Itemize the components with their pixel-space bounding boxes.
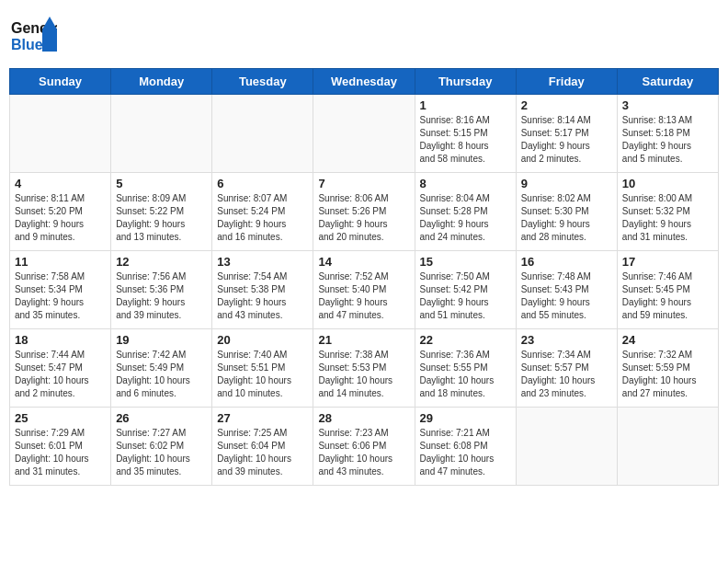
day-number: 12	[116, 255, 207, 269]
day-cell-4-5: 22Sunrise: 7:36 AM Sunset: 5:55 PM Dayli…	[415, 329, 516, 408]
day-info: Sunrise: 8:07 AM Sunset: 5:24 PM Dayligh…	[217, 192, 308, 244]
day-info: Sunrise: 7:54 AM Sunset: 5:38 PM Dayligh…	[217, 270, 308, 322]
day-info: Sunrise: 7:21 AM Sunset: 6:08 PM Dayligh…	[420, 427, 511, 478]
day-cell-1-2	[111, 95, 212, 173]
day-cell-4-7: 24Sunrise: 7:32 AM Sunset: 5:59 PM Dayli…	[617, 329, 718, 408]
day-cell-3-5: 15Sunrise: 7:50 AM Sunset: 5:42 PM Dayli…	[415, 251, 516, 329]
day-cell-2-5: 8Sunrise: 8:04 AM Sunset: 5:28 PM Daylig…	[415, 173, 516, 251]
day-number: 21	[318, 333, 409, 347]
day-info: Sunrise: 7:34 AM Sunset: 5:57 PM Dayligh…	[521, 349, 612, 400]
day-info: Sunrise: 7:46 AM Sunset: 5:45 PM Dayligh…	[622, 270, 713, 322]
day-info: Sunrise: 7:36 AM Sunset: 5:55 PM Dayligh…	[420, 349, 511, 400]
day-cell-2-4: 7Sunrise: 8:06 AM Sunset: 5:26 PM Daylig…	[313, 173, 415, 251]
day-number: 15	[420, 255, 511, 269]
day-cell-5-6	[516, 408, 617, 486]
day-number: 3	[622, 98, 713, 112]
calendar-table: SundayMondayTuesdayWednesdayThursdayFrid…	[9, 68, 719, 486]
week-row-1: 1Sunrise: 8:16 AM Sunset: 5:15 PM Daylig…	[10, 95, 719, 173]
day-number: 7	[318, 177, 409, 190]
day-cell-3-6: 16Sunrise: 7:48 AM Sunset: 5:43 PM Dayli…	[516, 251, 617, 329]
day-info: Sunrise: 7:23 AM Sunset: 6:06 PM Dayligh…	[318, 427, 409, 478]
day-info: Sunrise: 8:06 AM Sunset: 5:26 PM Dayligh…	[318, 192, 409, 244]
day-number: 17	[622, 255, 713, 269]
day-cell-3-3: 13Sunrise: 7:54 AM Sunset: 5:38 PM Dayli…	[212, 251, 313, 329]
day-number: 4	[15, 177, 106, 190]
day-info: Sunrise: 7:38 AM Sunset: 5:53 PM Dayligh…	[318, 349, 409, 400]
day-number: 11	[15, 255, 106, 269]
day-header-sunday: Sunday	[10, 69, 111, 95]
day-info: Sunrise: 7:56 AM Sunset: 5:36 PM Dayligh…	[116, 270, 207, 322]
day-cell-1-6: 2Sunrise: 8:14 AM Sunset: 5:17 PM Daylig…	[516, 95, 617, 173]
day-header-wednesday: Wednesday	[313, 69, 415, 95]
day-headers-row: SundayMondayTuesdayWednesdayThursdayFrid…	[10, 69, 719, 95]
day-number: 19	[116, 333, 207, 347]
day-number: 29	[420, 411, 511, 425]
day-number: 1	[420, 98, 511, 112]
day-info: Sunrise: 8:16 AM Sunset: 5:15 PM Dayligh…	[420, 114, 511, 166]
day-cell-4-6: 23Sunrise: 7:34 AM Sunset: 5:57 PM Dayli…	[516, 329, 617, 408]
day-number: 23	[521, 333, 612, 347]
day-info: Sunrise: 7:44 AM Sunset: 5:47 PM Dayligh…	[15, 349, 106, 400]
day-cell-3-1: 11Sunrise: 7:58 AM Sunset: 5:34 PM Dayli…	[10, 251, 111, 329]
day-header-monday: Monday	[111, 69, 212, 95]
day-number: 5	[116, 177, 207, 190]
day-info: Sunrise: 8:14 AM Sunset: 5:17 PM Dayligh…	[521, 114, 612, 166]
day-number: 20	[217, 333, 308, 347]
day-cell-2-3: 6Sunrise: 8:07 AM Sunset: 5:24 PM Daylig…	[212, 173, 313, 251]
day-cell-1-5: 1Sunrise: 8:16 AM Sunset: 5:15 PM Daylig…	[415, 95, 516, 173]
day-info: Sunrise: 7:40 AM Sunset: 5:51 PM Dayligh…	[217, 349, 308, 400]
day-cell-2-7: 10Sunrise: 8:00 AM Sunset: 5:32 PM Dayli…	[617, 173, 718, 251]
day-number: 24	[622, 333, 713, 347]
day-cell-2-2: 5Sunrise: 8:09 AM Sunset: 5:22 PM Daylig…	[111, 173, 212, 251]
day-cell-4-1: 18Sunrise: 7:44 AM Sunset: 5:47 PM Dayli…	[10, 329, 111, 408]
day-cell-3-4: 14Sunrise: 7:52 AM Sunset: 5:40 PM Dayli…	[313, 251, 415, 329]
day-info: Sunrise: 8:04 AM Sunset: 5:28 PM Dayligh…	[420, 192, 511, 244]
day-info: Sunrise: 7:50 AM Sunset: 5:42 PM Dayligh…	[420, 270, 511, 322]
day-number: 6	[217, 177, 308, 190]
day-info: Sunrise: 8:09 AM Sunset: 5:22 PM Dayligh…	[116, 192, 207, 244]
day-number: 18	[15, 333, 106, 347]
day-number: 16	[521, 255, 612, 269]
day-cell-4-4: 21Sunrise: 7:38 AM Sunset: 5:53 PM Dayli…	[313, 329, 415, 408]
day-cell-4-2: 19Sunrise: 7:42 AM Sunset: 5:49 PM Dayli…	[111, 329, 212, 408]
week-row-5: 25Sunrise: 7:29 AM Sunset: 6:01 PM Dayli…	[10, 408, 719, 486]
day-number: 2	[521, 98, 612, 112]
day-info: Sunrise: 7:27 AM Sunset: 6:02 PM Dayligh…	[116, 427, 207, 478]
day-info: Sunrise: 7:32 AM Sunset: 5:59 PM Dayligh…	[622, 349, 713, 400]
day-info: Sunrise: 7:58 AM Sunset: 5:34 PM Dayligh…	[15, 270, 106, 322]
day-cell-4-3: 20Sunrise: 7:40 AM Sunset: 5:51 PM Dayli…	[212, 329, 313, 408]
header: General Blue	[9, 9, 719, 61]
day-number: 27	[217, 411, 308, 425]
day-cell-5-3: 27Sunrise: 7:25 AM Sunset: 6:04 PM Dayli…	[212, 408, 313, 486]
day-info: Sunrise: 7:25 AM Sunset: 6:04 PM Dayligh…	[217, 427, 308, 478]
day-header-thursday: Thursday	[415, 69, 516, 95]
day-cell-1-3	[212, 95, 313, 173]
logo: General Blue	[9, 13, 57, 61]
day-number: 25	[15, 411, 106, 425]
svg-rect-4	[42, 29, 57, 52]
day-cell-1-7: 3Sunrise: 8:13 AM Sunset: 5:18 PM Daylig…	[617, 95, 718, 173]
day-info: Sunrise: 7:48 AM Sunset: 5:43 PM Dayligh…	[521, 270, 612, 322]
day-header-saturday: Saturday	[617, 69, 718, 95]
day-info: Sunrise: 8:13 AM Sunset: 5:18 PM Dayligh…	[622, 114, 713, 166]
day-header-tuesday: Tuesday	[212, 69, 313, 95]
day-info: Sunrise: 7:42 AM Sunset: 5:49 PM Dayligh…	[116, 349, 207, 400]
day-info: Sunrise: 8:11 AM Sunset: 5:20 PM Dayligh…	[15, 192, 106, 244]
day-cell-1-1	[10, 95, 111, 173]
svg-text:Blue: Blue	[11, 37, 43, 52]
day-info: Sunrise: 7:52 AM Sunset: 5:40 PM Dayligh…	[318, 270, 409, 322]
day-cell-5-4: 28Sunrise: 7:23 AM Sunset: 6:06 PM Dayli…	[313, 408, 415, 486]
day-number: 13	[217, 255, 308, 269]
day-cell-5-5: 29Sunrise: 7:21 AM Sunset: 6:08 PM Dayli…	[415, 408, 516, 486]
day-cell-2-6: 9Sunrise: 8:02 AM Sunset: 5:30 PM Daylig…	[516, 173, 617, 251]
week-row-4: 18Sunrise: 7:44 AM Sunset: 5:47 PM Dayli…	[10, 329, 719, 408]
day-info: Sunrise: 7:29 AM Sunset: 6:01 PM Dayligh…	[15, 427, 106, 478]
day-number: 8	[420, 177, 511, 190]
day-info: Sunrise: 8:02 AM Sunset: 5:30 PM Dayligh…	[521, 192, 612, 244]
day-info: Sunrise: 8:00 AM Sunset: 5:32 PM Dayligh…	[622, 192, 713, 244]
day-cell-5-7	[617, 408, 718, 486]
logo-icon: General Blue	[9, 13, 57, 61]
day-number: 9	[521, 177, 612, 190]
day-cell-3-7: 17Sunrise: 7:46 AM Sunset: 5:45 PM Dayli…	[617, 251, 718, 329]
day-number: 10	[622, 177, 713, 190]
